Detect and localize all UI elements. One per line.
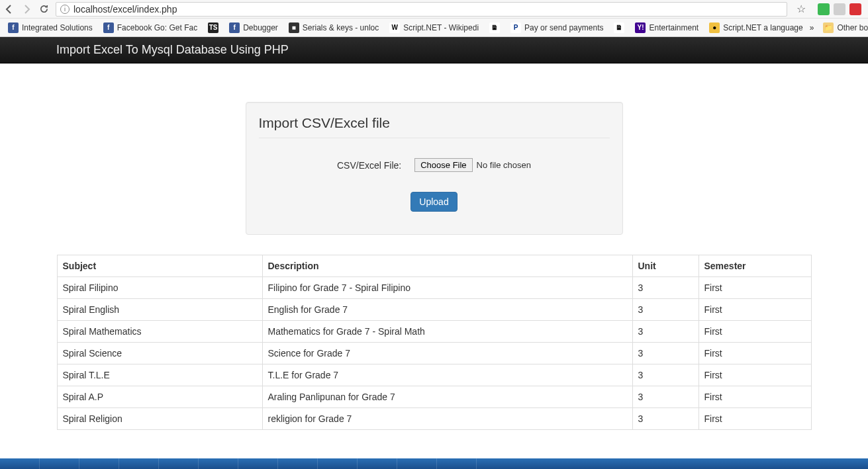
overflow-chevron-icon[interactable]: » <box>810 23 814 32</box>
divider <box>259 138 610 138</box>
table-cell: Araling Panlipunan for Grade 7 <box>262 386 632 408</box>
data-table: SubjectDescriptionUnitSemester Spiral Fi… <box>57 255 812 430</box>
extension-icons <box>815 3 864 15</box>
bookmark-label: Serials & keys - unloc <box>303 23 379 32</box>
table-cell: 3 <box>632 364 699 386</box>
info-icon[interactable]: i <box>60 5 70 14</box>
bookmark-item[interactable]: WScript.NET - Wikipedi <box>385 21 483 35</box>
bookmark-item[interactable]: PPay or send payments <box>506 21 607 35</box>
table-cell: First <box>699 343 811 364</box>
bookmark-icon: Y! <box>635 22 646 33</box>
bookmark-icon: f <box>8 22 19 33</box>
table-cell: First <box>699 321 811 343</box>
table-cell: Spiral T.L.E <box>57 364 262 386</box>
forward-button <box>21 4 32 15</box>
column-header: Unit <box>632 255 699 277</box>
bookmark-label: Pay or send payments <box>524 23 603 32</box>
table-cell: 3 <box>632 299 699 321</box>
bookmark-label: Facebook Go: Get Fac <box>117 23 197 32</box>
bookmark-item[interactable]: fFacebook Go: Get Fac <box>99 21 201 35</box>
container: Import CSV/Excel file CSV/Excel File: Ch… <box>47 102 822 430</box>
extension-icon[interactable] <box>849 3 861 15</box>
url-bar[interactable]: i localhost/excel/index.php <box>56 2 787 17</box>
table-cell: Spiral A.P <box>57 386 262 408</box>
table-row: Spiral FilipinoFilipino for Grade 7 - Sp… <box>57 277 811 299</box>
choose-file-button[interactable]: Choose File <box>414 158 472 172</box>
bookmark-label: Entertainment <box>649 23 699 32</box>
table-cell: Mathematics for Grade 7 - Spiral Math <box>262 321 632 343</box>
table-row: Spiral EnglishEnglish for Grade 73First <box>57 299 811 321</box>
table-cell: Filipino for Grade 7 - Spiral Filipino <box>262 277 632 299</box>
other-bookmarks-label: Other book <box>837 23 868 32</box>
import-panel: Import CSV/Excel file CSV/Excel File: Ch… <box>246 102 623 235</box>
extension-icon[interactable] <box>834 3 845 15</box>
table-cell: First <box>699 277 811 299</box>
extension-icon[interactable] <box>818 3 830 15</box>
file-label: CSV/Excel File: <box>337 160 401 171</box>
bookmark-item[interactable]: 🗎 <box>610 21 628 35</box>
table-cell: First <box>699 364 811 386</box>
table-row: Spiral ScienceScience for Grade 73First <box>57 343 811 364</box>
bookmark-item[interactable]: 🗎 <box>485 21 504 35</box>
table-cell: Science for Grade 7 <box>262 343 632 364</box>
bookmark-icon: TS <box>208 22 218 33</box>
bookmark-icon: W <box>389 22 400 33</box>
table-cell: English for Grade 7 <box>262 299 632 321</box>
bookmark-icon: f <box>103 22 114 33</box>
folder-icon: 📁 <box>823 22 834 33</box>
bookmark-label: Debugger <box>243 23 278 32</box>
back-button[interactable] <box>4 4 15 15</box>
nav-arrows <box>4 4 49 15</box>
table-row: Spiral T.L.ET.L.E for Grade 73First <box>57 364 811 386</box>
table-row: Spiral A.PAraling Panlipunan for Grade 7… <box>57 386 811 408</box>
bookmark-icon: f <box>229 22 240 33</box>
column-header: Subject <box>57 255 262 277</box>
panel-title: Import CSV/Excel file <box>259 115 610 131</box>
url-text: localhost/excel/index.php <box>73 4 177 15</box>
column-header: Semester <box>699 255 811 277</box>
bookmark-item[interactable]: TS <box>204 21 222 35</box>
bookmark-label: Integrated Solutions <box>22 23 93 32</box>
bookmark-item[interactable]: ●Script.NET a language <box>705 21 807 35</box>
bookmark-icon: P <box>510 22 521 33</box>
bookmark-label: Script.NET - Wikipedi <box>403 23 479 32</box>
table-cell: First <box>699 408 811 430</box>
table-cell: 3 <box>632 277 699 299</box>
bookmark-item[interactable]: fIntegrated Solutions <box>4 21 97 35</box>
table-cell: Spiral Religion <box>57 408 262 430</box>
bookmarks-overflow: » 📁 Other book <box>810 21 868 35</box>
bookmark-icon: ● <box>709 22 720 33</box>
bookmark-item[interactable]: fDebugger <box>225 21 282 35</box>
table-cell: 3 <box>632 386 699 408</box>
table-cell: First <box>699 299 811 321</box>
table-cell: Spiral Mathematics <box>57 321 262 343</box>
table-header-row: SubjectDescriptionUnitSemester <box>57 255 811 277</box>
file-row: CSV/Excel File: Choose File No file chos… <box>259 158 610 172</box>
table-cell: 3 <box>632 321 699 343</box>
upload-button[interactable]: Upload <box>410 192 457 212</box>
table-cell: 3 <box>632 343 699 364</box>
table-cell: Spiral Filipino <box>57 277 262 299</box>
bookmark-icon: 🗎 <box>489 22 500 33</box>
table-cell: 3 <box>632 408 699 430</box>
file-input[interactable]: Choose File No file chosen <box>414 158 531 172</box>
upload-row: Upload <box>259 192 610 212</box>
bookmark-item[interactable]: ■Serials & keys - unloc <box>285 21 383 35</box>
bookmark-icon: ■ <box>289 22 299 33</box>
page-header: Import Excel To Mysql Database Using PHP <box>0 37 868 64</box>
bookmark-item[interactable]: Y!Entertainment <box>631 21 702 35</box>
table-row: Spiral Religionrekligion for Grade 73Fir… <box>57 408 811 430</box>
table-cell: T.L.E for Grade 7 <box>262 364 632 386</box>
star-icon[interactable]: ☆ <box>794 3 808 15</box>
table-row: Spiral MathematicsMathematics for Grade … <box>57 321 811 343</box>
bookmarks-bar: fIntegrated SolutionsfFacebook Go: Get F… <box>0 19 868 37</box>
other-bookmarks[interactable]: 📁 Other book <box>819 21 868 35</box>
table-cell: First <box>699 386 811 408</box>
column-header: Description <box>262 255 632 277</box>
reload-button[interactable] <box>38 4 49 15</box>
bookmark-icon: 🗎 <box>614 22 624 33</box>
bookmark-label: Script.NET a language <box>723 23 803 32</box>
table-body: Spiral FilipinoFilipino for Grade 7 - Sp… <box>57 277 811 430</box>
browser-toolbar: i localhost/excel/index.php ☆ <box>0 0 868 19</box>
file-status: No file chosen <box>477 160 531 170</box>
